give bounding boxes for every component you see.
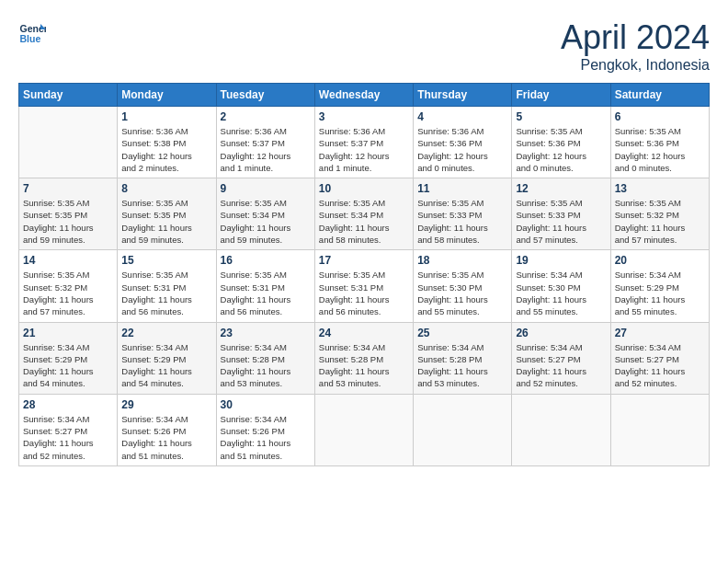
day-info: Sunrise: 5:34 AM Sunset: 5:29 PM Dayligh… [23, 341, 113, 390]
day-number: 15 [121, 254, 211, 267]
day-info: Sunrise: 5:34 AM Sunset: 5:28 PM Dayligh… [319, 341, 409, 390]
day-info: Sunrise: 5:35 AM Sunset: 5:35 PM Dayligh… [121, 197, 211, 246]
calendar-table: SundayMondayTuesdayWednesdayThursdayFrid… [18, 83, 710, 466]
col-header-sunday: Sunday [19, 84, 118, 107]
calendar-cell: 15Sunrise: 5:35 AM Sunset: 5:31 PM Dayli… [118, 250, 216, 322]
day-number: 29 [121, 398, 211, 411]
day-number: 21 [23, 327, 113, 339]
calendar-cell: 16Sunrise: 5:35 AM Sunset: 5:31 PM Dayli… [216, 250, 314, 322]
calendar-cell: 13Sunrise: 5:35 AM Sunset: 5:32 PM Dayli… [610, 178, 709, 250]
calendar-cell: 14Sunrise: 5:35 AM Sunset: 5:32 PM Dayli… [19, 250, 118, 322]
calendar-cell: 12Sunrise: 5:35 AM Sunset: 5:33 PM Dayli… [512, 178, 610, 250]
day-number: 22 [121, 327, 211, 339]
day-info: Sunrise: 5:34 AM Sunset: 5:26 PM Dayligh… [221, 413, 311, 462]
calendar-week-4: 21Sunrise: 5:34 AM Sunset: 5:29 PM Dayli… [19, 322, 710, 394]
calendar-cell: 23Sunrise: 5:34 AM Sunset: 5:28 PM Dayli… [216, 322, 314, 394]
day-number: 10 [319, 182, 409, 195]
day-number: 26 [516, 327, 606, 339]
calendar-cell: 25Sunrise: 5:34 AM Sunset: 5:28 PM Dayli… [414, 322, 512, 394]
calendar-cell: 24Sunrise: 5:34 AM Sunset: 5:28 PM Dayli… [314, 322, 413, 394]
day-number: 1 [121, 110, 211, 123]
calendar-cell: 8Sunrise: 5:35 AM Sunset: 5:35 PM Daylig… [118, 178, 216, 250]
day-number: 28 [23, 398, 113, 411]
logo-icon: General Blue [18, 18, 46, 46]
day-number: 20 [615, 254, 705, 267]
calendar-cell: 18Sunrise: 5:35 AM Sunset: 5:30 PM Dayli… [414, 250, 512, 322]
day-number: 17 [319, 254, 409, 267]
day-info: Sunrise: 5:35 AM Sunset: 5:32 PM Dayligh… [615, 197, 705, 246]
calendar-cell: 5Sunrise: 5:35 AM Sunset: 5:36 PM Daylig… [512, 107, 610, 178]
calendar-cell [19, 107, 118, 178]
day-info: Sunrise: 5:36 AM Sunset: 5:36 PM Dayligh… [417, 125, 507, 174]
calendar-week-2: 7Sunrise: 5:35 AM Sunset: 5:35 PM Daylig… [19, 178, 710, 250]
day-info: Sunrise: 5:36 AM Sunset: 5:38 PM Dayligh… [121, 125, 211, 174]
day-info: Sunrise: 5:35 AM Sunset: 5:31 PM Dayligh… [221, 269, 311, 317]
day-number: 13 [615, 182, 705, 195]
day-number: 14 [23, 254, 113, 267]
calendar-cell: 6Sunrise: 5:35 AM Sunset: 5:36 PM Daylig… [610, 107, 709, 178]
calendar-week-3: 14Sunrise: 5:35 AM Sunset: 5:32 PM Dayli… [19, 250, 710, 322]
calendar-cell: 3Sunrise: 5:36 AM Sunset: 5:37 PM Daylig… [314, 107, 413, 178]
day-info: Sunrise: 5:34 AM Sunset: 5:27 PM Dayligh… [615, 341, 705, 390]
day-number: 6 [615, 110, 705, 123]
day-info: Sunrise: 5:34 AM Sunset: 5:26 PM Dayligh… [121, 413, 211, 462]
day-info: Sunrise: 5:35 AM Sunset: 5:35 PM Dayligh… [23, 197, 113, 246]
calendar-cell: 27Sunrise: 5:34 AM Sunset: 5:27 PM Dayli… [610, 322, 709, 394]
calendar-cell: 21Sunrise: 5:34 AM Sunset: 5:29 PM Dayli… [19, 322, 118, 394]
calendar-header-row: SundayMondayTuesdayWednesdayThursdayFrid… [19, 84, 710, 107]
calendar-cell: 7Sunrise: 5:35 AM Sunset: 5:35 PM Daylig… [19, 178, 118, 250]
calendar-body: 1Sunrise: 5:36 AM Sunset: 5:38 PM Daylig… [19, 107, 710, 466]
calendar-cell: 26Sunrise: 5:34 AM Sunset: 5:27 PM Dayli… [512, 322, 610, 394]
day-number: 7 [23, 182, 113, 195]
calendar-cell: 10Sunrise: 5:35 AM Sunset: 5:34 PM Dayli… [314, 178, 413, 250]
day-number: 18 [417, 254, 507, 267]
day-info: Sunrise: 5:34 AM Sunset: 5:28 PM Dayligh… [417, 341, 507, 390]
day-info: Sunrise: 5:34 AM Sunset: 5:28 PM Dayligh… [221, 341, 311, 390]
day-info: Sunrise: 5:35 AM Sunset: 5:30 PM Dayligh… [417, 269, 507, 317]
day-info: Sunrise: 5:34 AM Sunset: 5:29 PM Dayligh… [121, 341, 211, 390]
day-info: Sunrise: 5:36 AM Sunset: 5:37 PM Dayligh… [319, 125, 409, 174]
svg-text:Blue: Blue [20, 33, 41, 44]
calendar-cell: 4Sunrise: 5:36 AM Sunset: 5:36 PM Daylig… [414, 107, 512, 178]
calendar-cell: 2Sunrise: 5:36 AM Sunset: 5:37 PM Daylig… [216, 107, 314, 178]
day-number: 5 [516, 110, 606, 123]
day-info: Sunrise: 5:35 AM Sunset: 5:31 PM Dayligh… [319, 269, 409, 317]
day-info: Sunrise: 5:34 AM Sunset: 5:29 PM Dayligh… [615, 269, 705, 317]
day-number: 24 [319, 327, 409, 339]
day-number: 23 [221, 327, 311, 339]
day-info: Sunrise: 5:35 AM Sunset: 5:36 PM Dayligh… [615, 125, 705, 174]
calendar-cell [512, 394, 610, 465]
day-info: Sunrise: 5:35 AM Sunset: 5:34 PM Dayligh… [319, 197, 409, 246]
calendar-week-1: 1Sunrise: 5:36 AM Sunset: 5:38 PM Daylig… [19, 107, 710, 178]
month-title: April 2024 [561, 18, 710, 57]
calendar-cell: 19Sunrise: 5:34 AM Sunset: 5:30 PM Dayli… [512, 250, 610, 322]
col-header-wednesday: Wednesday [314, 84, 413, 107]
page-header: General Blue April 2024 Pengkok, Indones… [18, 18, 710, 74]
day-number: 4 [417, 110, 507, 123]
calendar-cell: 9Sunrise: 5:35 AM Sunset: 5:34 PM Daylig… [216, 178, 314, 250]
col-header-tuesday: Tuesday [216, 84, 314, 107]
day-info: Sunrise: 5:34 AM Sunset: 5:27 PM Dayligh… [516, 341, 606, 390]
day-info: Sunrise: 5:35 AM Sunset: 5:32 PM Dayligh… [23, 269, 113, 317]
day-number: 8 [121, 182, 211, 195]
day-number: 3 [319, 110, 409, 123]
calendar-cell: 1Sunrise: 5:36 AM Sunset: 5:38 PM Daylig… [118, 107, 216, 178]
day-number: 2 [221, 110, 311, 123]
col-header-thursday: Thursday [414, 84, 512, 107]
calendar-cell [414, 394, 512, 465]
day-number: 25 [417, 327, 507, 339]
day-number: 19 [516, 254, 606, 267]
title-block: April 2024 Pengkok, Indonesia [561, 18, 710, 74]
calendar-cell [314, 394, 413, 465]
col-header-monday: Monday [118, 84, 216, 107]
day-info: Sunrise: 5:35 AM Sunset: 5:36 PM Dayligh… [516, 125, 606, 174]
day-info: Sunrise: 5:35 AM Sunset: 5:33 PM Dayligh… [516, 197, 606, 246]
day-info: Sunrise: 5:35 AM Sunset: 5:34 PM Dayligh… [221, 197, 311, 246]
calendar-cell: 17Sunrise: 5:35 AM Sunset: 5:31 PM Dayli… [314, 250, 413, 322]
day-number: 11 [417, 182, 507, 195]
day-info: Sunrise: 5:35 AM Sunset: 5:33 PM Dayligh… [417, 197, 507, 246]
day-info: Sunrise: 5:34 AM Sunset: 5:27 PM Dayligh… [23, 413, 113, 462]
day-number: 16 [221, 254, 311, 267]
day-number: 30 [221, 398, 311, 411]
col-header-friday: Friday [512, 84, 610, 107]
